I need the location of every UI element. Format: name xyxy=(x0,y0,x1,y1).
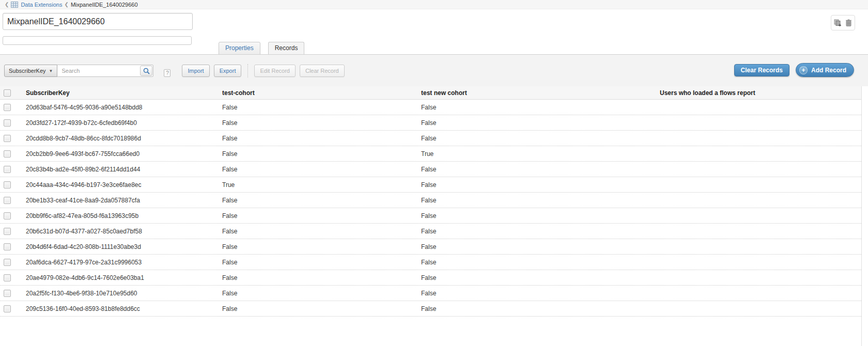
row-checkbox[interactable] xyxy=(4,104,11,111)
breadcrumb-current: MixpanelIDE_1640029660 xyxy=(71,2,138,8)
table-row[interactable]: 20cdd8b8-9cb7-48db-86cc-8fdc7018986d Fal… xyxy=(0,131,861,146)
search-wrap xyxy=(57,65,153,77)
help-icon[interactable]: ? xyxy=(164,69,171,77)
row-checkbox[interactable] xyxy=(4,150,11,158)
select-all-checkbox[interactable] xyxy=(4,89,11,97)
tab-records[interactable]: Records xyxy=(268,42,305,55)
cell-test-new-cohort: False xyxy=(417,135,656,142)
table-row[interactable]: 20cb2bb9-9ee6-493f-bc67-755fcca66ed0 Fal… xyxy=(0,146,861,162)
cell-subscriberkey: 20d63baf-5476-4c95-9036-a90e5148bdd8 xyxy=(22,104,218,111)
description-field[interactable] xyxy=(3,36,192,45)
cell-subscriberkey: 209c5136-16f0-40ed-8593-81b8fe8dd6cc xyxy=(22,305,218,312)
cell-subscriberkey: 20ae4979-082e-4db6-9c14-7602e6e03ba1 xyxy=(22,274,218,281)
import-button[interactable]: Import xyxy=(182,65,209,77)
table-row[interactable]: 20af6dca-6627-4179-97ce-2a31c9996053 Fal… xyxy=(0,255,861,270)
table-row[interactable]: 20d63baf-5476-4c95-9036-a90e5148bdd8 Fal… xyxy=(0,100,861,115)
records-toolbar: SubscriberKey ▼ ? Import Export Edit Rec… xyxy=(0,54,868,86)
row-checkbox[interactable] xyxy=(4,197,11,204)
edit-record-button[interactable]: Edit Record xyxy=(254,65,295,77)
cell-test-new-cohort: False xyxy=(417,166,656,173)
row-checkbox[interactable] xyxy=(4,305,11,312)
back-chevron-icon[interactable]: ❮ xyxy=(5,2,9,7)
cell-subscriberkey: 20cdd8b8-9cb7-48db-86cc-8fdc7018986d xyxy=(22,135,218,142)
cell-test-cohort: False xyxy=(218,212,417,219)
cell-test-cohort: True xyxy=(218,181,417,188)
table-row[interactable]: 20a2f5fc-f130-4be6-9f38-10e710e95d60 Fal… xyxy=(0,286,861,301)
toolbar-left-group: SubscriberKey ▼ ? Import Export Edit Rec… xyxy=(4,64,345,77)
cell-test-new-cohort: False xyxy=(417,119,656,127)
records-table: SubscriberKey test-cohort test new cohor… xyxy=(0,86,862,346)
name-field[interactable] xyxy=(3,13,193,30)
table-row[interactable]: 20d3fd27-172f-4939-b72c-6cfedb69f4b0 Fal… xyxy=(0,115,861,131)
data-extension-grid-icon xyxy=(11,2,18,8)
trash-icon[interactable] xyxy=(845,19,852,26)
table-row[interactable]: 20b6c31d-b07d-4377-a027-85c0aed7bf58 Fal… xyxy=(0,224,861,239)
row-checkbox[interactable] xyxy=(4,166,11,173)
table-header-row: SubscriberKey test-cohort test new cohor… xyxy=(0,86,861,100)
table-row[interactable]: 20c44aaa-434c-4946-b197-3e3ce6fae8ec Tru… xyxy=(0,177,861,193)
toolbar-divider xyxy=(247,64,248,77)
row-checkbox[interactable] xyxy=(4,274,11,281)
row-checkbox[interactable] xyxy=(4,228,11,235)
column-header-test-new-cohort[interactable]: test new cohort xyxy=(417,89,656,97)
chevron-down-icon: ▼ xyxy=(49,69,53,73)
cell-test-new-cohort: True xyxy=(417,150,656,158)
cell-test-cohort: False xyxy=(218,150,417,158)
row-checkbox[interactable] xyxy=(4,135,11,142)
table-row[interactable]: 209c5136-16f0-40ed-8593-81b8fe8dd6cc Fal… xyxy=(0,301,861,317)
search-icon xyxy=(143,68,150,74)
cell-test-new-cohort: False xyxy=(417,228,656,235)
clear-record-button[interactable]: Clear Record xyxy=(300,65,345,77)
column-header-test-cohort[interactable]: test-cohort xyxy=(218,89,417,97)
table-row[interactable]: 20ae4979-082e-4db6-9c14-7602e6e03ba1 Fal… xyxy=(0,270,861,286)
cell-test-cohort: False xyxy=(218,166,417,173)
search-field-dropdown[interactable]: SubscriberKey ▼ xyxy=(4,65,57,77)
cell-test-cohort: False xyxy=(218,274,417,281)
row-checkbox[interactable] xyxy=(4,243,11,250)
cell-test-new-cohort: False xyxy=(417,181,656,188)
clear-records-button[interactable]: Clear Records xyxy=(734,64,789,76)
cell-subscriberkey: 20b6c31d-b07d-4377-a027-85c0aed7bf58 xyxy=(22,228,218,235)
tab-properties[interactable]: Properties xyxy=(219,42,260,55)
cell-subscriberkey: 20bb9f6c-af82-47ea-805d-f6a13963c95b xyxy=(22,212,218,219)
table-row[interactable]: 20c83b4b-ad2e-45f0-89b2-6f2114dd1d44 Fal… xyxy=(0,162,861,177)
table-row[interactable]: 20b4d6f4-6dad-4c20-808b-1111e30abe3d Fal… xyxy=(0,239,861,255)
add-record-label: Add Record xyxy=(811,67,846,74)
cell-test-new-cohort: False xyxy=(417,259,656,266)
search-field-dropdown-value: SubscriberKey xyxy=(9,68,46,74)
row-checkbox[interactable] xyxy=(4,181,11,188)
table-row[interactable]: 20be1b33-ceaf-41ce-8aa9-2da057887cfa Fal… xyxy=(0,193,861,208)
cell-test-new-cohort: False xyxy=(417,274,656,281)
row-checkbox[interactable] xyxy=(4,290,11,297)
column-header-flows-report[interactable]: Users who loaded a flows report xyxy=(656,89,861,97)
table-row[interactable]: 20bb9f6c-af82-47ea-805d-f6a13963c95b Fal… xyxy=(0,208,861,224)
row-checkbox[interactable] xyxy=(4,259,11,266)
cell-test-cohort: False xyxy=(218,259,417,266)
breadcrumb-data-extensions-link[interactable]: Data Extensions xyxy=(21,2,62,8)
search-button[interactable] xyxy=(140,66,152,76)
cell-subscriberkey: 20be1b33-ceaf-41ce-8aa9-2da057887cfa xyxy=(22,197,218,204)
header-actions xyxy=(831,15,855,30)
cell-test-cohort: False xyxy=(218,243,417,250)
search-input[interactable] xyxy=(57,65,153,77)
cell-test-cohort: False xyxy=(218,135,417,142)
breadcrumb: ❮ Data Extensions ❮ MixpanelIDE_16400296… xyxy=(0,0,868,9)
cell-test-new-cohort: False xyxy=(417,197,656,204)
cell-test-cohort: False xyxy=(218,197,417,204)
cell-test-cohort: False xyxy=(218,119,417,127)
cell-test-new-cohort: False xyxy=(417,290,656,297)
header-area: Properties Records xyxy=(0,9,868,54)
cell-subscriberkey: 20a2f5fc-f130-4be6-9f38-10e710e95d60 xyxy=(22,290,218,297)
cell-test-new-cohort: False xyxy=(417,305,656,312)
copy-icon[interactable] xyxy=(834,19,842,26)
cell-subscriberkey: 20cb2bb9-9ee6-493f-bc67-755fcca66ed0 xyxy=(22,150,218,158)
row-checkbox[interactable] xyxy=(4,212,11,219)
cell-subscriberkey: 20c83b4b-ad2e-45f0-89b2-6f2114dd1d44 xyxy=(22,166,218,173)
export-button[interactable]: Export xyxy=(214,65,242,77)
cell-subscriberkey: 20d3fd27-172f-4939-b72c-6cfedb69f4b0 xyxy=(22,119,218,127)
toolbar-right-group: Clear Records + Add Record xyxy=(734,63,854,77)
column-header-subscriberkey[interactable]: SubscriberKey xyxy=(22,89,218,97)
row-checkbox[interactable] xyxy=(4,119,11,127)
cell-test-cohort: False xyxy=(218,104,417,111)
add-record-button[interactable]: + Add Record xyxy=(796,63,854,77)
